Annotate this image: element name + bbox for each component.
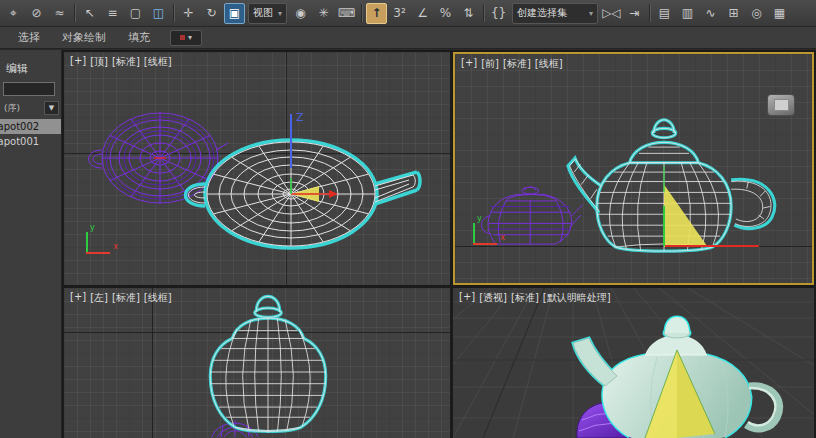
- viewport-label-segment[interactable]: [标准]: [112, 55, 140, 69]
- x-axis-icon: [473, 243, 497, 245]
- explorer-list-item[interactable]: Teapot001: [0, 134, 61, 149]
- material-editor-icon[interactable]: ◎: [746, 3, 767, 24]
- viewport-label-segment[interactable]: [默认明暗处理]: [543, 291, 611, 305]
- toolbar-separator: [173, 4, 174, 22]
- perspective-scene: [453, 288, 814, 438]
- ribbon-minimize-button[interactable]: ▾: [170, 30, 202, 46]
- x-axis-icon: [86, 252, 110, 254]
- viewport-top[interactable]: [+][顶][标准][线框]: [64, 52, 450, 285]
- viewport-label: [+][顶][标准][线框]: [70, 55, 172, 69]
- named-selection-sets-icon[interactable]: {}: [488, 3, 509, 24]
- toolbar-separator: [649, 4, 650, 22]
- layer-explorer-icon[interactable]: ▥: [677, 3, 698, 24]
- up-arrow-toggle-icon[interactable]: ↑: [366, 3, 387, 24]
- viewport-label-segment[interactable]: [+]: [70, 55, 86, 69]
- viewport-label-segment[interactable]: [标准]: [503, 57, 531, 71]
- use-pivot-center-icon[interactable]: ◉: [290, 3, 311, 24]
- x-axis-label: x: [113, 242, 118, 251]
- chevron-down-icon: ▾: [589, 9, 593, 18]
- viewport-label: [+][透视][标准][默认明暗处理]: [459, 291, 611, 305]
- viewport-area: [+][顶][标准][线框]: [62, 50, 816, 438]
- viewport-label-segment[interactable]: [+]: [461, 57, 477, 71]
- toolbar-separator: [74, 4, 75, 22]
- ribbon-red-dot-icon: [180, 35, 185, 40]
- viewport-label-segment[interactable]: [+]: [70, 291, 86, 305]
- viewport-label-segment[interactable]: [左]: [90, 291, 108, 305]
- explorer-sort-row: (序) ▼: [0, 98, 61, 117]
- teapot002-top-wireframe: Z: [163, 106, 425, 256]
- reference-coordinate-dropdown[interactable]: 视图▾: [248, 3, 287, 24]
- app-window: ⌖⊘≈↖≡▢◫✛↻▣视图▾◉✳⌨↑3²∠%⇅{}创建选择集▾▷◁⇥▤▥∿⊞◎▦ …: [0, 0, 816, 438]
- select-by-name-icon[interactable]: ≡: [102, 3, 123, 24]
- y-axis-label: y: [477, 214, 482, 223]
- ribbon-tab-populate[interactable]: 填充: [118, 28, 162, 47]
- viewport-label-segment[interactable]: [透视]: [479, 291, 507, 305]
- scene-explorer-panel: 编辑 (序) ▼ Teapot002Teapot001: [0, 50, 62, 438]
- window-crossing-icon[interactable]: ◫: [148, 3, 169, 24]
- y-axis-label: y: [90, 223, 95, 232]
- snap-3d-icon[interactable]: 3²: [389, 3, 410, 24]
- main-toolbar: ⌖⊘≈↖≡▢◫✛↻▣视图▾◉✳⌨↑3²∠%⇅{}创建选择集▾▷◁⇥▤▥∿⊞◎▦: [0, 0, 816, 27]
- viewcube-icon[interactable]: [767, 94, 795, 116]
- toolbar-separator: [483, 4, 484, 22]
- explorer-list: Teapot002Teapot001: [0, 119, 61, 149]
- render-setup-icon[interactable]: ▦: [769, 3, 790, 24]
- sort-order-dropdown[interactable]: ▼: [44, 101, 59, 115]
- viewport-label-segment[interactable]: [前]: [481, 57, 499, 71]
- viewport-label-segment[interactable]: [线框]: [535, 57, 563, 71]
- viewport-label-segment[interactable]: [线框]: [144, 55, 172, 69]
- viewport-label-segment[interactable]: [+]: [459, 291, 475, 305]
- schematic-view-icon[interactable]: ⊞: [723, 3, 744, 24]
- bind-to-space-warp-icon[interactable]: ≈: [49, 3, 70, 24]
- viewport-front[interactable]: [+][前][标准][线框]: [453, 52, 814, 285]
- selection-region-icon[interactable]: ▢: [125, 3, 146, 24]
- select-object-icon[interactable]: ↖: [79, 3, 100, 24]
- selection-set-field[interactable]: 创建选择集▾: [512, 3, 598, 24]
- angle-snap-icon[interactable]: ∠: [412, 3, 433, 24]
- select-and-move-icon[interactable]: ✛: [178, 3, 199, 24]
- selection-set-field-label: 创建选择集: [517, 6, 567, 20]
- align-icon[interactable]: ⇥: [624, 3, 645, 24]
- explorer-title: 编辑: [0, 50, 61, 80]
- x-axis-label: x: [500, 233, 505, 242]
- select-and-scale-icon[interactable]: ▣: [224, 3, 245, 24]
- unlink-selection-icon[interactable]: ⊘: [26, 3, 47, 24]
- ribbon-bar: 选择对象绘制填充 ▾: [0, 27, 816, 49]
- world-axis-line: [152, 288, 153, 438]
- z-axis-label: Z: [296, 111, 304, 124]
- keyboard-override-icon[interactable]: ⌨: [336, 3, 357, 24]
- viewport-perspective[interactable]: [+][透视][标准][默认明暗处理]: [453, 288, 814, 438]
- select-and-manipulate-icon[interactable]: ✳: [313, 3, 334, 24]
- ribbon-tabs: 选择对象绘制填充: [8, 28, 162, 47]
- viewport-label-segment[interactable]: [标准]: [511, 291, 539, 305]
- chevron-down-icon: ▾: [278, 9, 282, 18]
- explorer-list-item[interactable]: Teapot002: [0, 119, 61, 134]
- viewport-axis-tripod: y x: [76, 223, 118, 259]
- explorer-sort-label: (序): [4, 102, 20, 115]
- viewport-label: [+][左][标准][线框]: [70, 291, 172, 305]
- y-axis-icon: [663, 206, 665, 246]
- ribbon-tab-selection[interactable]: 选择: [8, 28, 52, 47]
- spinner-snap-icon[interactable]: ⇅: [458, 3, 479, 24]
- viewcube-face: [774, 99, 789, 111]
- percent-snap-icon[interactable]: %: [435, 3, 456, 24]
- ribbon-tab-object-paint[interactable]: 对象绘制: [52, 28, 118, 47]
- y-axis-icon: [86, 232, 88, 254]
- viewport-label-segment[interactable]: [线框]: [144, 291, 172, 305]
- reference-coordinate-dropdown-label: 视图: [253, 6, 273, 20]
- toolbar-separator: [361, 4, 362, 22]
- layer-manager-icon[interactable]: ▤: [654, 3, 675, 24]
- y-axis-icon: [473, 223, 475, 245]
- viewport-label-segment[interactable]: [标准]: [112, 291, 140, 305]
- viewport-left[interactable]: [+][左][标准][线框]: [64, 288, 450, 438]
- chevron-down-icon: ▾: [188, 34, 192, 42]
- explorer-search-input[interactable]: [3, 82, 55, 96]
- select-and-rotate-icon[interactable]: ↻: [201, 3, 222, 24]
- select-and-link-icon[interactable]: ⌖: [3, 3, 24, 24]
- viewport-label-segment[interactable]: [顶]: [90, 55, 108, 69]
- curve-editor-icon[interactable]: ∿: [700, 3, 721, 24]
- mirror-icon[interactable]: ▷◁: [601, 3, 622, 24]
- viewport-axis-tripod: y x: [463, 214, 505, 250]
- teapot002-left-wireframe: [190, 290, 346, 438]
- viewport-label: [+][前][标准][线框]: [461, 57, 563, 71]
